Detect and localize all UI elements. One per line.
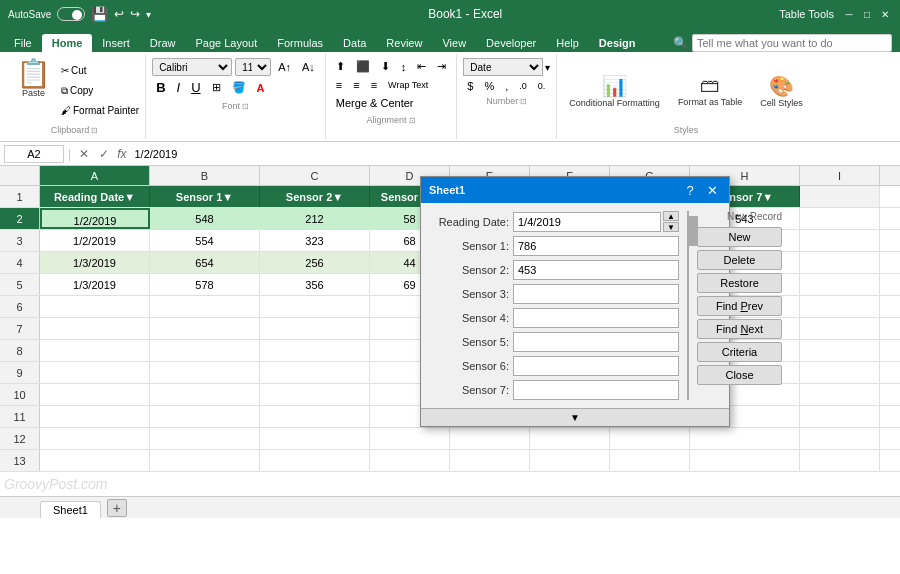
indent-decrease-button[interactable]: ⇤ — [413, 58, 430, 75]
redo-icon[interactable]: ↪ — [130, 7, 140, 21]
dialog-criteria-btn[interactable]: Criteria — [697, 342, 782, 362]
dialog-scroll-thumb[interactable] — [688, 216, 698, 246]
search-input[interactable] — [692, 34, 892, 52]
cell-A1[interactable]: Reading Date▼ — [40, 186, 150, 207]
italic-button[interactable]: I — [173, 78, 185, 97]
tab-help[interactable]: Help — [546, 34, 589, 52]
minimize-btn[interactable]: ─ — [842, 7, 856, 21]
dialog-scroll-area[interactable] — [687, 211, 689, 400]
dialog-input-sensor-1[interactable] — [513, 236, 679, 256]
dialog-restore-btn[interactable]: Restore — [697, 273, 782, 293]
dialog-find-prev-btn[interactable]: Find Prev — [697, 296, 782, 316]
row-num-8[interactable]: 8 — [0, 340, 40, 361]
cell-I4[interactable] — [800, 252, 880, 273]
add-sheet-btn[interactable]: + — [107, 499, 127, 517]
tab-formulas[interactable]: Formulas — [267, 34, 333, 52]
dialog-input-sensor-5[interactable] — [513, 332, 679, 352]
cell-I5[interactable] — [800, 274, 880, 295]
cell-B4[interactable]: 654 — [150, 252, 260, 273]
decimal-increase-button[interactable]: .0 — [515, 79, 531, 93]
font-size-select[interactable]: 11 — [235, 58, 271, 76]
alignment-expand-icon[interactable]: ⊡ — [409, 116, 416, 125]
align-center-button[interactable]: ≡ — [349, 77, 363, 93]
align-middle-button[interactable]: ⬛ — [352, 58, 374, 75]
tab-draw[interactable]: Draw — [140, 34, 186, 52]
dialog-close-btn[interactable]: ✕ — [703, 181, 721, 199]
cell-B1[interactable]: Sensor 1▼ — [150, 186, 260, 207]
underline-button[interactable]: U — [187, 78, 204, 97]
number-format-expand[interactable]: ▾ — [545, 62, 550, 73]
dialog-input-sensor-3[interactable] — [513, 284, 679, 304]
col-header-C[interactable]: C — [260, 166, 370, 185]
fill-color-button[interactable]: 🪣 — [228, 79, 250, 96]
copy-button[interactable]: ⧉ Copy — [61, 85, 139, 97]
row-num-13[interactable]: 13 — [0, 450, 40, 471]
clipboard-expand-icon[interactable]: ⊡ — [91, 126, 98, 135]
close-btn[interactable]: ✕ — [878, 7, 892, 21]
format-as-table-button[interactable]: 🗃 Format as Table — [672, 72, 748, 109]
autosave-toggle[interactable]: On — [57, 7, 85, 21]
row-num-6[interactable]: 6 — [0, 296, 40, 317]
tab-data[interactable]: Data — [333, 34, 376, 52]
indent-increase-button[interactable]: ⇥ — [433, 58, 450, 75]
cell-C2[interactable]: 212 — [260, 208, 370, 229]
dialog-help-btn[interactable]: ? — [681, 181, 699, 199]
tab-file[interactable]: File — [4, 34, 42, 52]
align-top-button[interactable]: ⬆ — [332, 58, 349, 75]
dollar-button[interactable]: $ — [463, 78, 477, 94]
tab-design[interactable]: Design — [589, 34, 646, 52]
col-header-I[interactable]: I — [800, 166, 880, 185]
row-num-1[interactable]: 1 — [0, 186, 40, 207]
cell-B5[interactable]: 578 — [150, 274, 260, 295]
align-right-button[interactable]: ≡ — [367, 77, 381, 93]
cell-A4[interactable]: 1/3/2019 — [40, 252, 150, 273]
sheet-tab-sheet1[interactable]: Sheet1 — [40, 501, 101, 518]
row-num-5[interactable]: 5 — [0, 274, 40, 295]
dialog-input-reading-date[interactable] — [513, 212, 661, 232]
text-direction-button[interactable]: ↕ — [397, 59, 411, 75]
cell-C4[interactable]: 256 — [260, 252, 370, 273]
font-family-select[interactable]: Calibri — [152, 58, 232, 76]
save-icon[interactable]: 💾 — [91, 6, 108, 22]
col-header-A[interactable]: A — [40, 166, 150, 185]
merge-center-button[interactable]: Merge & Center — [332, 95, 418, 111]
number-format-select[interactable]: Date — [463, 58, 543, 76]
decimal-decrease-button[interactable]: 0. — [534, 79, 550, 93]
tab-insert[interactable]: Insert — [92, 34, 140, 52]
dialog-scroll-up[interactable]: ▲ — [663, 211, 679, 221]
wrap-text-button[interactable]: Wrap Text — [384, 78, 432, 92]
cell-C6[interactable] — [260, 296, 370, 317]
tab-home[interactable]: Home — [42, 34, 93, 52]
cut-button[interactable]: ✂ Cut — [61, 65, 139, 76]
borders-button[interactable]: ⊞ — [208, 79, 225, 96]
dialog-input-sensor-4[interactable] — [513, 308, 679, 328]
bold-button[interactable]: B — [152, 78, 169, 97]
dialog-close-action-btn[interactable]: Close — [697, 365, 782, 385]
name-box[interactable] — [4, 145, 64, 163]
dialog-bottom-scroll[interactable]: ▼ — [421, 408, 729, 426]
cancel-formula-btn[interactable]: ✕ — [75, 147, 93, 161]
paste-button[interactable]: 📋 Paste — [10, 58, 57, 123]
row-num-10[interactable]: 10 — [0, 384, 40, 405]
undo-icon[interactable]: ↩ — [114, 7, 124, 21]
cell-styles-button[interactable]: 🎨 Cell Styles — [754, 72, 809, 110]
confirm-formula-btn[interactable]: ✓ — [95, 147, 113, 161]
conditional-formatting-button[interactable]: 📊 Conditional Formatting — [563, 72, 666, 110]
cell-B3[interactable]: 554 — [150, 230, 260, 251]
cell-B6[interactable] — [150, 296, 260, 317]
tab-developer[interactable]: Developer — [476, 34, 546, 52]
dialog-input-sensor-6[interactable] — [513, 356, 679, 376]
dialog-input-sensor-2[interactable] — [513, 260, 679, 280]
comma-button[interactable]: , — [501, 78, 512, 94]
cell-A5[interactable]: 1/3/2019 — [40, 274, 150, 295]
dialog-delete-btn[interactable]: Delete — [697, 250, 782, 270]
cell-C5[interactable]: 356 — [260, 274, 370, 295]
cell-A6[interactable] — [40, 296, 150, 317]
row-num-11[interactable]: 11 — [0, 406, 40, 427]
font-expand-icon[interactable]: ⊡ — [242, 102, 249, 111]
row-num-9[interactable]: 9 — [0, 362, 40, 383]
tab-page-layout[interactable]: Page Layout — [185, 34, 267, 52]
font-color-button[interactable]: A — [253, 80, 269, 96]
dialog-input-sensor-7[interactable] — [513, 380, 679, 400]
row-num-2[interactable]: 2 — [0, 208, 40, 229]
